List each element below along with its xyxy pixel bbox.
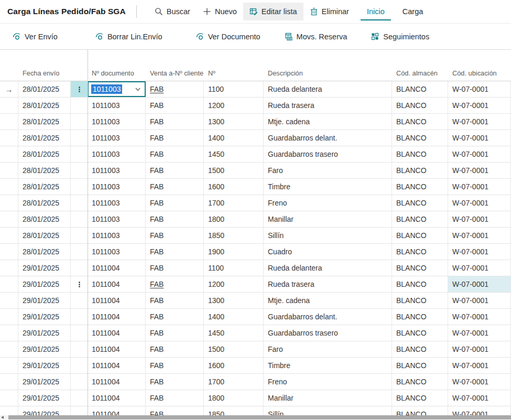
cell-num-documento[interactable]: 1011003 (88, 244, 146, 260)
cell-num[interactable]: 1100 (204, 260, 264, 276)
cell-cod-ubicacion[interactable]: W-07-0001 (448, 374, 511, 390)
cell-cod-ubicacion[interactable]: W-07-0001 (448, 325, 511, 341)
cell-venta-cliente[interactable]: FAB (146, 179, 204, 195)
column-header-venta-cliente[interactable]: Venta a-Nº cliente (146, 69, 204, 78)
cell-num-documento[interactable]: 1011003 (88, 146, 146, 162)
cell-cod-ubicacion[interactable]: W-07-0001 (448, 293, 511, 308)
cell-fecha-envio[interactable]: 29/01/2025 (18, 293, 71, 308)
column-header-cod-almacen[interactable]: Cód. almacén (392, 69, 448, 78)
cell-num[interactable]: 1450 (204, 325, 264, 341)
row-options-cell[interactable] (71, 358, 88, 373)
cell-venta-cliente[interactable]: FAB (146, 114, 204, 130)
borrar-lin-envio-button[interactable]: Borrar Lin.Envío (95, 33, 162, 41)
cell-venta-cliente[interactable]: FAB (146, 81, 204, 97)
cell-num-documento[interactable]: 1011004 (88, 293, 146, 308)
row-ellipsis-icon[interactable] (79, 282, 80, 287)
cell-descripcion[interactable]: Guardabarros delant. (264, 309, 392, 325)
cell-fecha-envio[interactable]: 29/01/2025 (18, 341, 71, 357)
row-selector-cell[interactable] (0, 390, 18, 406)
cell-num[interactable]: 1300 (204, 293, 264, 308)
cell-cod-almacen[interactable]: BLANCO (392, 130, 448, 146)
cell-cod-ubicacion[interactable]: W-07-0001 (448, 146, 511, 162)
cell-descripcion[interactable]: Rueda trasera (264, 276, 392, 292)
cell-num-documento[interactable]: 1011004 (88, 341, 146, 357)
cell-venta-cliente[interactable]: FAB (146, 341, 204, 357)
row-selector-cell[interactable] (0, 163, 18, 178)
cell-descripcion[interactable]: Cuadro (264, 244, 392, 260)
cell-num[interactable]: 1700 (204, 374, 264, 390)
scrollbar-thumb[interactable] (8, 415, 511, 419)
cell-descripcion[interactable]: Manillar (264, 390, 392, 406)
cell-cod-ubicacion[interactable]: W-07-0001 (448, 130, 511, 146)
cell-fecha-envio[interactable]: 29/01/2025 (18, 358, 71, 373)
cell-num[interactable]: 1700 (204, 195, 264, 211)
cell-num-documento[interactable]: 1011004 (88, 260, 146, 276)
cell-num[interactable]: 1600 (204, 358, 264, 373)
column-header-num[interactable]: Nº (204, 69, 264, 78)
cell-num-documento[interactable]: 1011004 (88, 276, 146, 292)
cell-venta-cliente[interactable]: FAB (146, 390, 204, 406)
row-selector-cell[interactable] (0, 195, 18, 211)
seguimientos-button[interactable]: Seguimientos (371, 33, 429, 41)
cell-cod-almacen[interactable]: BLANCO (392, 163, 448, 178)
cell-venta-cliente[interactable]: FAB (146, 211, 204, 227)
cell-cod-ubicacion[interactable]: W-07-0001 (448, 179, 511, 195)
cell-fecha-envio[interactable]: 28/01/2025 (18, 195, 71, 211)
row-options-cell[interactable] (71, 260, 88, 276)
cell-cod-ubicacion[interactable]: W-07-0001 (448, 390, 511, 406)
cell-num-documento[interactable]: 1011003 (88, 228, 146, 243)
row-selector-cell[interactable] (0, 114, 18, 130)
row-ellipsis-icon[interactable] (79, 87, 80, 92)
cell-fecha-envio[interactable]: 29/01/2025 (18, 390, 71, 406)
cell-cod-almacen[interactable]: BLANCO (392, 325, 448, 341)
cell-cod-almacen[interactable]: BLANCO (392, 98, 448, 113)
cell-venta-cliente[interactable]: FAB (146, 98, 204, 113)
cell-venta-cliente[interactable]: FAB (146, 130, 204, 146)
row-options-cell[interactable] (71, 374, 88, 390)
cell-num[interactable]: 1850 (204, 228, 264, 243)
cell-num[interactable]: 1450 (204, 146, 264, 162)
row-selector-cell[interactable] (0, 358, 18, 373)
row-selector-cell[interactable] (0, 374, 18, 390)
column-header-fecha-envio[interactable]: Fecha envío (18, 69, 71, 78)
row-options-cell[interactable] (71, 244, 88, 260)
cell-descripcion[interactable]: Faro (264, 341, 392, 357)
horizontal-scrollbar[interactable] (0, 415, 511, 419)
cell-venta-cliente[interactable]: FAB (146, 325, 204, 341)
row-selector-cell[interactable] (0, 146, 18, 162)
cell-fecha-envio[interactable]: 28/01/2025 (18, 244, 71, 260)
cell-cod-almacen[interactable]: BLANCO (392, 374, 448, 390)
cell-fecha-envio[interactable]: 29/01/2025 (18, 276, 71, 292)
cell-fecha-envio[interactable]: 28/01/2025 (18, 146, 71, 162)
cliente-link[interactable]: FAB (150, 85, 164, 93)
cell-cod-ubicacion[interactable]: W-07-0001 (448, 260, 511, 276)
row-selector-cell[interactable] (0, 341, 18, 357)
cell-cod-ubicacion[interactable]: W-07-0001 (448, 244, 511, 260)
cell-num-documento[interactable]: 1011004 (88, 309, 146, 325)
row-options-cell[interactable] (71, 325, 88, 341)
cell-fecha-envio[interactable]: 28/01/2025 (18, 130, 71, 146)
cell-descripcion[interactable]: Mtje. cadena (264, 293, 392, 308)
row-selector-cell[interactable] (0, 179, 18, 195)
row-options-cell[interactable] (71, 195, 88, 211)
row-selector-cell[interactable] (0, 228, 18, 243)
cell-fecha-envio[interactable]: 28/01/2025 (18, 98, 71, 113)
cell-fecha-envio[interactable]: 28/01/2025 (18, 228, 71, 243)
cell-num-documento[interactable]: 1011004 (88, 374, 146, 390)
row-options-cell[interactable] (71, 81, 88, 97)
cell-cod-ubicacion[interactable]: W-07-0001 (448, 309, 511, 325)
cell-venta-cliente[interactable]: FAB (146, 276, 204, 292)
cell-num-documento[interactable]: 1011003 (88, 179, 146, 195)
row-options-cell[interactable] (71, 390, 88, 406)
cell-cod-ubicacion[interactable]: W-07-0001 (448, 276, 511, 292)
cell-num[interactable]: 1900 (204, 244, 264, 260)
row-options-cell[interactable] (71, 163, 88, 178)
cell-descripcion[interactable]: Timbre (264, 179, 392, 195)
cell-fecha-envio[interactable]: 29/01/2025 (18, 309, 71, 325)
row-selector-cell[interactable] (0, 130, 18, 146)
edit-list-button[interactable]: Editar lista (243, 3, 303, 20)
cell-fecha-envio[interactable]: 28/01/2025 (18, 81, 71, 97)
row-options-cell[interactable] (71, 98, 88, 113)
cell-num-documento[interactable]: 1011004 (88, 390, 146, 406)
cell-descripcion[interactable]: Manillar (264, 211, 392, 227)
